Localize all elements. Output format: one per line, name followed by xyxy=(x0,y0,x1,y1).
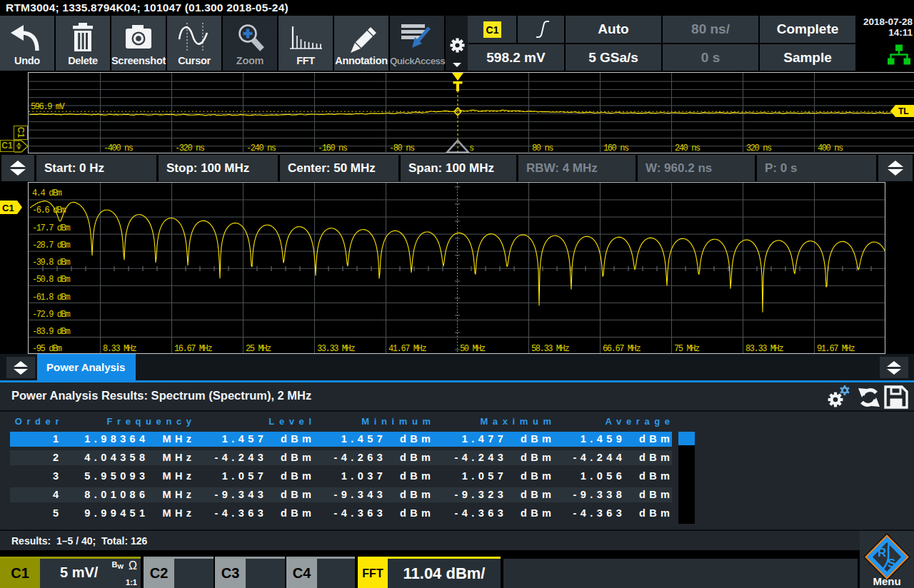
svg-text:58.33 MHz: 58.33 MHz xyxy=(531,344,569,353)
svg-text:41.67 MHz: 41.67 MHz xyxy=(388,344,426,353)
svg-text:240 ns: 240 ns xyxy=(675,143,700,153)
svg-text:8.33 MHz: 8.33 MHz xyxy=(103,344,137,353)
svg-text:-39.8 dBm: -39.8 dBm xyxy=(32,258,70,268)
svg-text:-400 ns: -400 ns xyxy=(104,143,134,153)
svg-text:TL: TL xyxy=(898,106,909,116)
svg-text:-320 ns: -320 ns xyxy=(175,143,205,153)
svg-text:91.67 MHz: 91.67 MHz xyxy=(817,344,855,353)
svg-text:-160 ns: -160 ns xyxy=(318,143,348,153)
svg-text:4.4 dBm: 4.4 dBm xyxy=(32,188,62,198)
svg-text:C1: C1 xyxy=(2,203,14,213)
svg-text:50 MHz: 50 MHz xyxy=(460,344,486,353)
svg-text:-17.7 dBm: -17.7 dBm xyxy=(32,223,70,233)
svg-text:320 ns: 320 ns xyxy=(746,143,772,153)
svg-text:-28.7 dBm: -28.7 dBm xyxy=(32,240,70,250)
svg-text:80 ns: 80 ns xyxy=(532,143,553,153)
svg-text:75 MHz: 75 MHz xyxy=(674,344,700,353)
svg-text:66.67 MHz: 66.67 MHz xyxy=(603,344,641,353)
svg-text:-80 ns: -80 ns xyxy=(389,143,415,153)
svg-text:-6.6 dBm: -6.6 dBm xyxy=(32,206,66,216)
svg-text:S: S xyxy=(888,557,895,570)
svg-text:160 ns: 160 ns xyxy=(603,143,629,153)
svg-text:-72.9 dBm: -72.9 dBm xyxy=(32,310,70,320)
svg-text:-83.9 dBm: -83.9 dBm xyxy=(32,327,70,337)
svg-text:16.67 MHz: 16.67 MHz xyxy=(174,344,212,353)
svg-text:s: s xyxy=(469,143,474,153)
svg-text:-95 dBm: -95 dBm xyxy=(32,344,62,353)
svg-text:R: R xyxy=(878,546,886,559)
svg-text:-240 ns: -240 ns xyxy=(246,143,276,153)
svg-text:33.33 MHz: 33.33 MHz xyxy=(317,344,355,353)
svg-text:25 MHz: 25 MHz xyxy=(246,344,271,353)
svg-text:-61.8 dBm: -61.8 dBm xyxy=(32,293,70,303)
svg-text:83.33 MHz: 83.33 MHz xyxy=(745,344,783,353)
svg-text:400 ns: 400 ns xyxy=(818,143,843,153)
svg-text:-50.8 dBm: -50.8 dBm xyxy=(32,275,70,285)
svg-text:596.9 mV: 596.9 mV xyxy=(31,102,66,112)
